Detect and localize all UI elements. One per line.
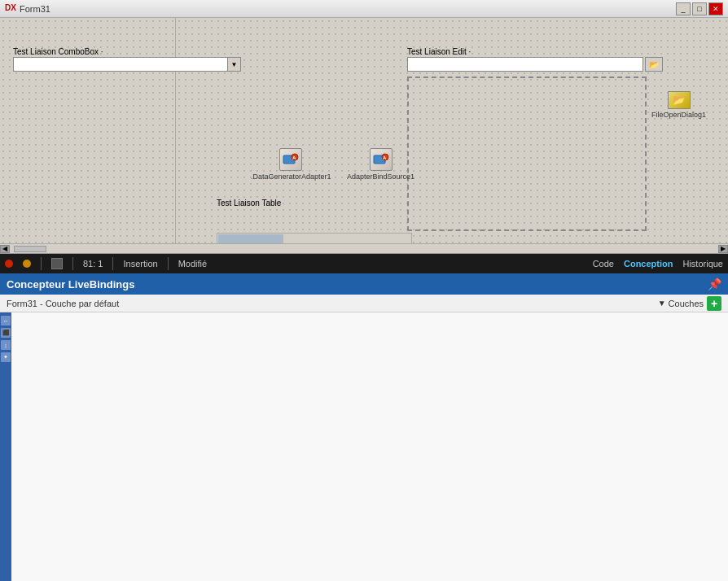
mode-display: Insertion: [123, 259, 157, 269]
breadcrumb: Form31 - Couche par défaut: [7, 299, 119, 308]
close-button[interactable]: ✕: [708, 2, 723, 15]
warning-indicator: [23, 260, 31, 268]
connections-svg: [0, 312, 728, 581]
minimize-button[interactable]: _: [676, 2, 691, 15]
svg-text:A: A: [292, 155, 296, 160]
livebindings-panel: Concepteur LiveBindings 📌 Form31 - Couch…: [0, 273, 728, 581]
record-indicator: [51, 258, 63, 269]
livebindings-header: Concepteur LiveBindings 📌: [0, 273, 728, 295]
sidebar-tool-4[interactable]: ✦: [1, 352, 11, 362]
table-label: Test Liaison Table: [217, 199, 281, 208]
combobox-arrow[interactable]: ▼: [227, 58, 240, 71]
design-area: Test Liaison ComboBox · ▼ Test Liaison E…: [0, 18, 728, 254]
status-bar: 81: 1 Insertion Modifié Code Conception …: [0, 254, 728, 273]
status-right-section: Code Conception Historique: [593, 259, 723, 269]
couches-dropdown[interactable]: ▼ Couches: [658, 299, 704, 308]
title-bar: DX Form31 _ □ ✕: [0, 0, 728, 18]
fileopendialog-label: FileOpenDialog1: [651, 111, 706, 119]
livebindings-title: Concepteur LiveBindings: [7, 278, 134, 290]
window-title: Form31: [20, 4, 676, 14]
separator3: [112, 257, 113, 270]
bindings-canvas: ↔ ⬛ ↕ ✦: [0, 312, 728, 581]
sidebar-tool-3[interactable]: ↕: [1, 340, 11, 350]
window-controls[interactable]: _ □ ✕: [676, 2, 723, 15]
edit-label: Test Liaison Edit ·: [407, 47, 471, 56]
datagenerator-label: .DataGeneratorAdapter1: [251, 173, 331, 181]
separator1: [41, 257, 42, 270]
separator4: [168, 257, 169, 270]
restore-button[interactable]: □: [692, 2, 707, 15]
scroll-thumb-h[interactable]: [14, 246, 46, 252]
code-button[interactable]: Code: [593, 259, 614, 269]
modified-display: Modifié: [178, 259, 207, 269]
sidebar-tool-2[interactable]: ⬛: [1, 328, 11, 338]
app-icon: DX: [5, 3, 16, 15]
horizontal-scrollbar[interactable]: ◀ ▶: [0, 243, 728, 253]
adapterbind-component: A AdapterBindSource1: [347, 148, 414, 181]
couches-label: Couches: [669, 299, 704, 308]
line-col-display: 81: 1: [83, 259, 103, 269]
sub-header: Form31 - Couche par défaut ▼ Couches +: [0, 295, 728, 312]
svg-text:A: A: [383, 155, 387, 160]
datagenerator-component: A .DataGeneratorAdapter1: [251, 148, 331, 181]
edit-control[interactable]: [407, 57, 643, 72]
adapterbind-icon: A: [370, 148, 393, 171]
historique-button[interactable]: Historique: [682, 259, 723, 269]
datagenerator-icon: A: [279, 148, 302, 171]
combobox-label: Test Liaison ComboBox ·: [13, 47, 103, 56]
fileopendialog-icon: 📂: [668, 91, 691, 109]
dashed-panel: [407, 76, 647, 231]
conception-button[interactable]: Conception: [624, 259, 673, 269]
sidebar-tool-1[interactable]: ↔: [1, 316, 11, 325]
browse-button[interactable]: 📂: [645, 57, 663, 72]
left-sidebar: ↔ ⬛ ↕ ✦: [0, 312, 11, 581]
pin-button[interactable]: 📌: [708, 277, 721, 290]
separator2: [72, 257, 73, 270]
scroll-left-btn[interactable]: ◀: [0, 245, 10, 253]
adapterbind-label: AdapterBindSource1: [347, 173, 414, 181]
add-layer-button[interactable]: +: [707, 296, 721, 311]
scroll-right-btn[interactable]: ▶: [718, 245, 728, 253]
combobox-control[interactable]: ▼: [13, 57, 241, 72]
fileopendialog-component: 📂 FileOpenDialog1: [651, 91, 706, 119]
error-indicator: [5, 260, 13, 268]
couches-section: ▼ Couches +: [658, 296, 721, 311]
